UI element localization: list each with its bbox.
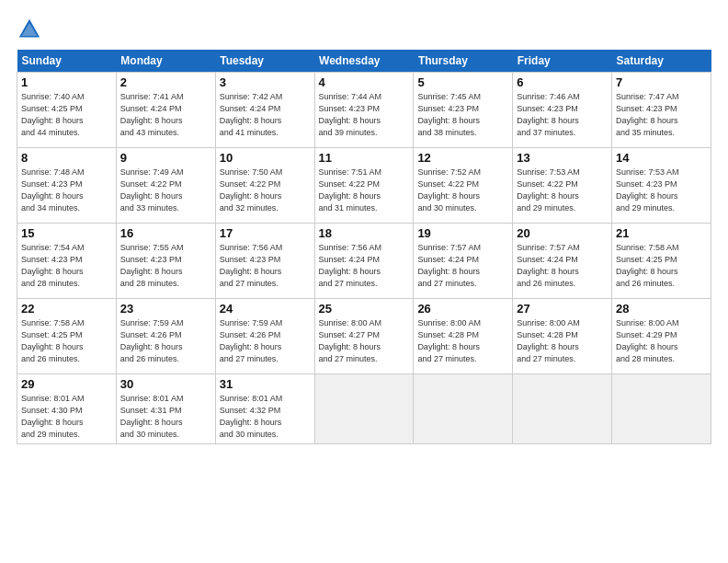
day-number: 7 (616, 75, 707, 89)
day-cell-3: 3Sunrise: 7:42 AM Sunset: 4:24 PM Daylig… (215, 73, 314, 148)
day-cell-24: 24Sunrise: 7:59 AM Sunset: 4:26 PM Dayli… (215, 299, 314, 374)
day-cell-15: 15Sunrise: 7:54 AM Sunset: 4:23 PM Dayli… (17, 224, 117, 299)
day-info: Sunrise: 8:00 AM Sunset: 4:29 PM Dayligh… (616, 317, 707, 365)
day-info: Sunrise: 8:00 AM Sunset: 4:27 PM Dayligh… (319, 317, 410, 365)
day-number: 17 (220, 226, 311, 240)
day-info: Sunrise: 7:53 AM Sunset: 4:23 PM Dayligh… (616, 167, 707, 214)
day-info: Sunrise: 7:57 AM Sunset: 4:24 PM Dayligh… (517, 242, 608, 290)
day-info: Sunrise: 8:01 AM Sunset: 4:31 PM Dayligh… (120, 393, 211, 441)
day-cell-5: 5Sunrise: 7:45 AM Sunset: 4:23 PM Daylig… (414, 73, 513, 148)
day-cell-18: 18Sunrise: 7:56 AM Sunset: 4:24 PM Dayli… (314, 224, 414, 299)
day-info: Sunrise: 7:59 AM Sunset: 4:26 PM Dayligh… (220, 317, 311, 365)
day-info: Sunrise: 7:48 AM Sunset: 4:23 PM Dayligh… (21, 167, 112, 214)
day-info: Sunrise: 7:58 AM Sunset: 4:25 PM Dayligh… (21, 317, 112, 365)
calendar-table: SundayMondayTuesdayWednesdayThursdayFrid… (17, 50, 711, 444)
day-cell-4: 4Sunrise: 7:44 AM Sunset: 4:23 PM Daylig… (314, 73, 414, 148)
day-number: 19 (417, 226, 508, 240)
day-number: 5 (417, 75, 508, 89)
day-number: 14 (616, 151, 707, 165)
week-row-1: 1Sunrise: 7:40 AM Sunset: 4:25 PM Daylig… (17, 73, 711, 148)
day-number: 10 (220, 151, 311, 165)
day-cell-23: 23Sunrise: 7:59 AM Sunset: 4:26 PM Dayli… (116, 299, 215, 374)
day-cell-13: 13Sunrise: 7:53 AM Sunset: 4:22 PM Dayli… (513, 148, 612, 224)
day-number: 25 (319, 302, 410, 316)
day-number: 2 (120, 75, 211, 89)
day-cell-30: 30Sunrise: 8:01 AM Sunset: 4:31 PM Dayli… (116, 374, 215, 444)
day-info: Sunrise: 7:52 AM Sunset: 4:22 PM Dayligh… (417, 167, 508, 214)
day-number: 9 (120, 151, 211, 165)
day-info: Sunrise: 7:57 AM Sunset: 4:24 PM Dayligh… (417, 242, 508, 290)
day-header-saturday: Saturday (612, 50, 711, 73)
day-info: Sunrise: 7:46 AM Sunset: 4:23 PM Dayligh… (517, 91, 608, 139)
day-info: Sunrise: 8:00 AM Sunset: 4:28 PM Dayligh… (517, 317, 608, 365)
day-number: 20 (517, 226, 608, 240)
empty-cell (414, 374, 513, 444)
day-cell-28: 28Sunrise: 8:00 AM Sunset: 4:29 PM Dayli… (612, 299, 711, 374)
day-cell-8: 8Sunrise: 7:48 AM Sunset: 4:23 PM Daylig… (17, 148, 117, 224)
week-row-2: 8Sunrise: 7:48 AM Sunset: 4:23 PM Daylig… (17, 148, 711, 224)
day-cell-9: 9Sunrise: 7:49 AM Sunset: 4:22 PM Daylig… (116, 148, 215, 224)
day-info: Sunrise: 7:49 AM Sunset: 4:22 PM Dayligh… (120, 167, 211, 214)
day-number: 3 (220, 75, 311, 89)
day-number: 21 (616, 226, 707, 240)
day-info: Sunrise: 7:53 AM Sunset: 4:22 PM Dayligh… (517, 167, 608, 214)
day-number: 12 (417, 151, 508, 165)
day-number: 27 (517, 302, 608, 316)
day-info: Sunrise: 7:51 AM Sunset: 4:22 PM Dayligh… (319, 167, 410, 214)
day-cell-6: 6Sunrise: 7:46 AM Sunset: 4:23 PM Daylig… (513, 73, 612, 148)
header (17, 17, 711, 42)
day-number: 23 (120, 302, 211, 316)
day-number: 4 (319, 75, 410, 89)
day-info: Sunrise: 8:01 AM Sunset: 4:30 PM Dayligh… (21, 393, 112, 441)
empty-cell (612, 374, 711, 444)
day-info: Sunrise: 7:56 AM Sunset: 4:23 PM Dayligh… (220, 242, 311, 290)
day-cell-19: 19Sunrise: 7:57 AM Sunset: 4:24 PM Dayli… (414, 224, 513, 299)
day-number: 15 (21, 226, 112, 240)
day-cell-16: 16Sunrise: 7:55 AM Sunset: 4:23 PM Dayli… (116, 224, 215, 299)
day-info: Sunrise: 7:50 AM Sunset: 4:22 PM Dayligh… (220, 167, 311, 214)
week-row-3: 15Sunrise: 7:54 AM Sunset: 4:23 PM Dayli… (17, 224, 711, 299)
day-cell-12: 12Sunrise: 7:52 AM Sunset: 4:22 PM Dayli… (414, 148, 513, 224)
day-number: 29 (21, 377, 112, 391)
day-info: Sunrise: 7:58 AM Sunset: 4:25 PM Dayligh… (616, 242, 707, 290)
logo (17, 17, 46, 42)
day-cell-11: 11Sunrise: 7:51 AM Sunset: 4:22 PM Dayli… (314, 148, 414, 224)
day-number: 26 (417, 302, 508, 316)
day-header-thursday: Thursday (414, 50, 513, 73)
day-info: Sunrise: 7:44 AM Sunset: 4:23 PM Dayligh… (319, 91, 410, 139)
day-info: Sunrise: 7:41 AM Sunset: 4:24 PM Dayligh… (120, 91, 211, 139)
day-info: Sunrise: 7:55 AM Sunset: 4:23 PM Dayligh… (120, 242, 211, 290)
day-number: 31 (220, 377, 311, 391)
week-row-4: 22Sunrise: 7:58 AM Sunset: 4:25 PM Dayli… (17, 299, 711, 374)
day-cell-31: 31Sunrise: 8:01 AM Sunset: 4:32 PM Dayli… (215, 374, 314, 444)
day-header-monday: Monday (116, 50, 215, 73)
day-info: Sunrise: 7:45 AM Sunset: 4:23 PM Dayligh… (417, 91, 508, 139)
day-cell-21: 21Sunrise: 7:58 AM Sunset: 4:25 PM Dayli… (612, 224, 711, 299)
day-cell-20: 20Sunrise: 7:57 AM Sunset: 4:24 PM Dayli… (513, 224, 612, 299)
day-info: Sunrise: 7:40 AM Sunset: 4:25 PM Dayligh… (21, 91, 112, 139)
day-cell-25: 25Sunrise: 8:00 AM Sunset: 4:27 PM Dayli… (314, 299, 414, 374)
day-number: 8 (21, 151, 112, 165)
day-number: 28 (616, 302, 707, 316)
day-header-friday: Friday (513, 50, 612, 73)
day-cell-2: 2Sunrise: 7:41 AM Sunset: 4:24 PM Daylig… (116, 73, 215, 148)
day-cell-14: 14Sunrise: 7:53 AM Sunset: 4:23 PM Dayli… (612, 148, 711, 224)
day-number: 18 (319, 226, 410, 240)
day-info: Sunrise: 7:56 AM Sunset: 4:24 PM Dayligh… (319, 242, 410, 290)
day-info: Sunrise: 8:00 AM Sunset: 4:28 PM Dayligh… (417, 317, 508, 365)
day-cell-17: 17Sunrise: 7:56 AM Sunset: 4:23 PM Dayli… (215, 224, 314, 299)
day-number: 1 (21, 75, 112, 89)
day-cell-26: 26Sunrise: 8:00 AM Sunset: 4:28 PM Dayli… (414, 299, 513, 374)
day-number: 22 (21, 302, 112, 316)
day-info: Sunrise: 7:59 AM Sunset: 4:26 PM Dayligh… (120, 317, 211, 365)
day-number: 6 (517, 75, 608, 89)
week-row-5: 29Sunrise: 8:01 AM Sunset: 4:30 PM Dayli… (17, 374, 711, 444)
empty-cell (513, 374, 612, 444)
day-cell-10: 10Sunrise: 7:50 AM Sunset: 4:22 PM Dayli… (215, 148, 314, 224)
day-info: Sunrise: 7:47 AM Sunset: 4:23 PM Dayligh… (616, 91, 707, 139)
day-number: 13 (517, 151, 608, 165)
day-number: 24 (220, 302, 311, 316)
day-info: Sunrise: 8:01 AM Sunset: 4:32 PM Dayligh… (220, 393, 311, 441)
day-cell-29: 29Sunrise: 8:01 AM Sunset: 4:30 PM Dayli… (17, 374, 117, 444)
day-header-wednesday: Wednesday (314, 50, 414, 73)
